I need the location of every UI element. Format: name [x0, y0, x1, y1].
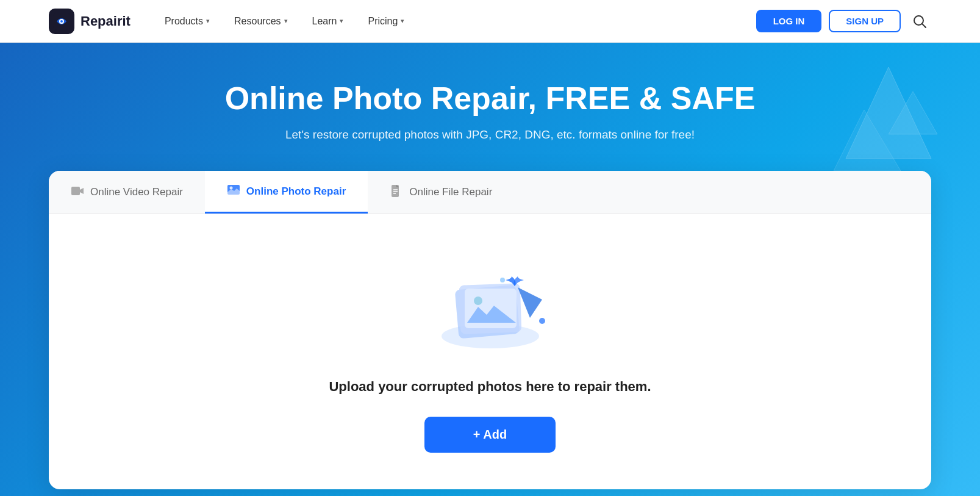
svg-point-21 — [474, 297, 482, 305]
svg-point-2 — [60, 20, 63, 23]
svg-marker-9 — [80, 188, 84, 194]
tab-video-repair[interactable]: Online Video Repair — [49, 171, 205, 214]
svg-marker-22 — [518, 287, 542, 318]
chevron-down-icon: ▾ — [340, 17, 343, 25]
brand-logo-link[interactable]: Repairit — [49, 9, 131, 34]
upload-instruction-text: Upload your corrupted photos here to rep… — [329, 379, 651, 395]
nav-item-pricing[interactable]: Pricing ▾ — [358, 11, 414, 32]
tab-photo-label: Online Photo Repair — [246, 185, 346, 198]
nav-pricing-label: Pricing — [368, 16, 398, 27]
footer-desktop-text: Prefer to repair photos locally? Try Rep… — [49, 489, 931, 496]
repair-card: Online Video Repair Online Photo Repair — [49, 171, 931, 489]
login-button[interactable]: LOG IN — [756, 10, 822, 32]
search-button[interactable] — [908, 10, 931, 33]
nav-resources-label: Resources — [234, 16, 281, 27]
nav-item-learn[interactable]: Learn ▾ — [302, 11, 354, 32]
upload-illustration — [423, 251, 557, 361]
video-icon — [71, 184, 84, 201]
hero-title: Online Photo Repair, FREE & SAFE — [49, 79, 931, 117]
nav-learn-label: Learn — [312, 16, 337, 27]
navbar-actions: LOG IN SIGN UP — [756, 10, 931, 33]
tab-file-repair[interactable]: Online File Repair — [368, 171, 514, 214]
navbar: Repairit Products ▾ Resources ▾ Learn ▾ … — [0, 0, 980, 43]
chevron-down-icon: ▾ — [206, 17, 210, 25]
photo-icon — [227, 183, 240, 199]
svg-point-11 — [229, 187, 232, 190]
tab-file-label: Online File Repair — [409, 186, 492, 198]
hero-section: Online Photo Repair, FREE & SAFE Let's r… — [0, 43, 980, 496]
signup-button[interactable]: SIGN UP — [829, 10, 901, 32]
add-files-button[interactable]: + Add — [424, 417, 556, 453]
chevron-down-icon: ▾ — [401, 17, 404, 25]
svg-line-4 — [922, 24, 926, 27]
svg-point-24 — [500, 278, 505, 282]
search-icon — [913, 15, 926, 28]
hero-subtitle: Let's restore corrupted photos with JPG,… — [49, 128, 931, 142]
file-icon — [390, 184, 403, 201]
tab-video-label: Online Video Repair — [90, 186, 183, 198]
tabs-container: Online Video Repair Online Photo Repair — [49, 171, 931, 214]
brand-logo — [49, 9, 74, 34]
chevron-down-icon: ▾ — [284, 17, 288, 25]
svg-point-23 — [539, 318, 545, 324]
brand-name-text: Repairit — [80, 13, 131, 29]
card-body: Upload your corrupted photos here to rep… — [49, 214, 931, 489]
nav-products-label: Products — [165, 16, 203, 27]
nav-item-resources[interactable]: Resources ▾ — [224, 11, 297, 32]
nav-item-products[interactable]: Products ▾ — [155, 11, 220, 32]
nav-links: Products ▾ Resources ▾ Learn ▾ Pricing ▾ — [155, 11, 756, 32]
svg-rect-8 — [71, 187, 80, 195]
tab-photo-repair[interactable]: Online Photo Repair — [205, 171, 368, 214]
